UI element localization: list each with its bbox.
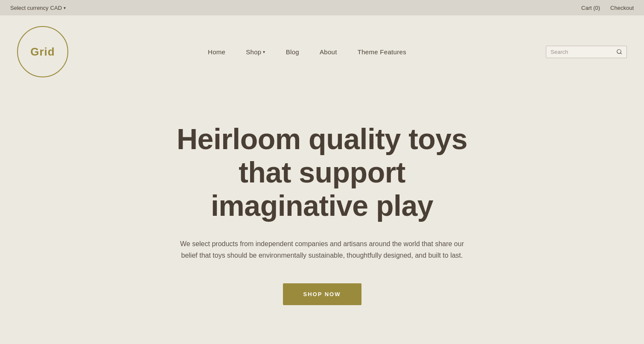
logo[interactable]: Grid [17, 26, 68, 77]
shop-now-button[interactable]: SHOP NOW [283, 283, 361, 305]
hero-section: Heirloom quality toys that support imagi… [0, 88, 644, 344]
currency-selector-container[interactable]: Select currency CAD ▾ [10, 5, 66, 11]
currency-value: CAD [50, 5, 62, 11]
chevron-down-icon: ▾ [263, 50, 265, 54]
search-icon [616, 49, 622, 55]
hero-title-line3: imaginative play [211, 189, 433, 222]
svg-line-1 [621, 53, 622, 54]
nav-home[interactable]: Home [208, 48, 225, 56]
hero-title-line2: that support [239, 156, 405, 188]
search-input[interactable] [551, 49, 614, 55]
nav-shop[interactable]: Shop ▾ [246, 48, 265, 56]
hero-title: Heirloom quality toys that support imagi… [177, 122, 467, 223]
chevron-down-icon: ▾ [64, 6, 66, 10]
site-header: Grid Home Shop ▾ Blog About Theme Featur… [0, 15, 644, 88]
search-container [546, 46, 627, 58]
hero-title-line1: Heirloom quality toys [177, 123, 467, 155]
checkout-link[interactable]: Checkout [610, 5, 634, 11]
nav-shop-label: Shop [246, 48, 261, 56]
currency-label: Select currency [10, 5, 49, 11]
cart-link[interactable]: Cart (0) [581, 5, 600, 11]
logo-text: Grid [30, 45, 55, 59]
top-bar-right: Cart (0) Checkout [581, 5, 634, 11]
top-bar: Select currency CAD ▾ Cart (0) Checkout [0, 0, 644, 15]
nav-blog[interactable]: Blog [286, 48, 299, 56]
main-nav: Home Shop ▾ Blog About Theme Features [68, 48, 546, 56]
search-button[interactable] [614, 49, 622, 55]
nav-theme-features[interactable]: Theme Features [358, 48, 406, 56]
hero-subtitle: We select products from independent comp… [177, 238, 467, 261]
nav-about[interactable]: About [320, 48, 337, 56]
